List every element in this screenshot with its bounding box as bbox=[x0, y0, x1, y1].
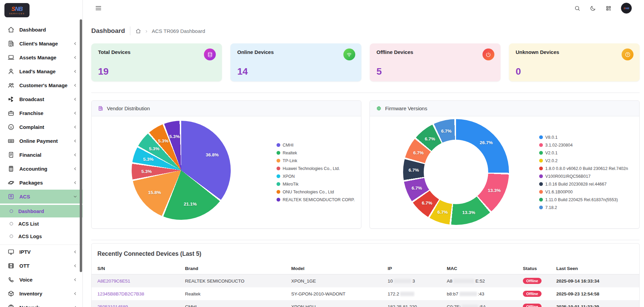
brand-logo[interactable]: SNB SERVICES bbox=[4, 3, 30, 17]
sidebar-item-label: OTT bbox=[19, 263, 73, 269]
pie-slice-label: 36.8% bbox=[206, 152, 219, 157]
sidebar-subitem-dashboard[interactable]: Dashboard bbox=[0, 205, 82, 217]
pie-slice-label: 26.7% bbox=[480, 140, 493, 145]
legend-item[interactable]: 1.11.0 Build 220425 Rel.61837n(5553) bbox=[539, 196, 628, 204]
table-row: 12345B8B7DB2C7B38RealtekSY-GPON-2010-WAD… bbox=[92, 287, 639, 300]
device-brand: CMHI bbox=[179, 300, 285, 307]
chevron-left-icon bbox=[73, 83, 78, 88]
sidebar-item-lead-s-manage[interactable]: Lead's Manage bbox=[0, 64, 82, 78]
legend-item[interactable]: XPON bbox=[277, 172, 355, 180]
legend-item[interactable]: 1.8.0 0.8.0 v6062.0 Build 230612 Rel.740… bbox=[539, 165, 628, 172]
legend-label: Huawei Technologies Co., Ltd. bbox=[283, 166, 340, 171]
legend-item[interactable]: V2.0.1 bbox=[539, 149, 628, 157]
stat-label: Online Devices bbox=[237, 49, 354, 55]
legend-item[interactable]: Huawei Technologies Co., Ltd. bbox=[277, 165, 355, 172]
sidebar-item-customer-s-manage[interactable]: Customer's Manage bbox=[0, 78, 82, 92]
legend-item[interactable]: V8.0.1 bbox=[539, 133, 628, 141]
stat-card-online-devices: Online Devices14 bbox=[230, 43, 361, 81]
stat-label: Unknown Devices bbox=[516, 49, 633, 55]
vendor-distribution-pie: 36.8%21.1%15.8%5.3%5.3%5.3%5.3%5.3% bbox=[132, 121, 231, 220]
device-model: XPON_1GE bbox=[285, 274, 382, 288]
device-sn-link[interactable]: 12345B8B7DB2C7B38 bbox=[97, 291, 144, 296]
dark-mode-icon[interactable] bbox=[590, 5, 596, 12]
legend-item[interactable]: 3.1.02-230804 bbox=[539, 141, 628, 149]
home-icon[interactable] bbox=[135, 28, 141, 34]
sidebar-item-voice[interactable]: Voice bbox=[0, 273, 82, 287]
vendor-distribution-card: Vendor Distribution 36.8%21.1%15.8%5.3%5… bbox=[91, 100, 361, 229]
legend-item[interactable]: CMHI bbox=[277, 141, 355, 149]
sidebar-item-dashboard[interactable]: Dashboard bbox=[0, 23, 82, 37]
sidebar-item-ott[interactable]: OTT bbox=[0, 259, 82, 273]
legend-item[interactable]: V1.6.1B00P00 bbox=[539, 188, 628, 196]
legend-item[interactable]: 7.18.2 bbox=[539, 204, 628, 211]
menu-toggle-icon[interactable] bbox=[95, 4, 102, 12]
sidebar-item-assets-manage[interactable]: Assets Manage bbox=[0, 51, 82, 64]
sidebar-submenu-acs: DashboardACS ListACS Logs bbox=[0, 205, 82, 245]
col-header-s-n: S/N bbox=[92, 263, 179, 274]
legend-swatch bbox=[539, 143, 543, 147]
monitor-icon bbox=[7, 248, 15, 255]
section-divider bbox=[91, 93, 640, 93]
legend-label: MikroTik bbox=[283, 182, 299, 187]
sidebar-item-label: Client's Manage bbox=[19, 41, 73, 46]
pie-slice-label: 5.3% bbox=[158, 138, 169, 143]
sidebar-item-franchise[interactable]: Franchise bbox=[0, 106, 82, 120]
status-badge: Offline bbox=[523, 304, 542, 307]
legend-label: V1.6.1B00P00 bbox=[545, 190, 573, 194]
legend-item[interactable]: MikroTik bbox=[277, 180, 355, 188]
pie-slice-label: 5.3% bbox=[143, 157, 154, 162]
legend-item[interactable]: TP-Link bbox=[277, 157, 355, 165]
legend-swatch bbox=[277, 143, 280, 147]
sidebar-item-acs[interactable]: ACS bbox=[0, 190, 82, 204]
sidebar-item-network[interactable]: Network bbox=[0, 301, 82, 307]
legend-label: REALTEK SEMICONDUCTOR CORP. bbox=[283, 197, 355, 202]
search-icon[interactable] bbox=[574, 5, 581, 12]
legend-item[interactable]: V100R001IRQC56B017 bbox=[539, 172, 628, 180]
user-avatar[interactable]: SNB bbox=[621, 3, 632, 14]
col-header-ip: IP bbox=[382, 263, 441, 274]
legend-label: TP-Link bbox=[283, 158, 297, 163]
breadcrumb: Dashboard ACS TR069 Dashboard bbox=[91, 26, 640, 35]
legend-item[interactable]: ONU Technologies Co., Ltd bbox=[277, 188, 355, 196]
col-header-model: Model bbox=[285, 263, 382, 274]
chevron-left-icon bbox=[73, 69, 78, 74]
sidebar-item-packages[interactable]: Packages bbox=[0, 176, 82, 190]
sidebar-item-accounting[interactable]: Accounting bbox=[0, 162, 82, 176]
sidebar-item-client-s-manage[interactable]: Client's Manage bbox=[0, 37, 82, 51]
sidebar-item-inventory[interactable]: Inventory bbox=[0, 287, 82, 301]
sidebar-item-iptv[interactable]: IPTV bbox=[0, 245, 82, 259]
legend-item[interactable]: 1.0.16 Build 20230828 rel.44667 bbox=[539, 180, 628, 188]
sidebar-item-complaint[interactable]: Complaint bbox=[0, 120, 82, 134]
sidebar-item-broadcast[interactable]: Broadcast bbox=[0, 92, 82, 106]
planet-icon bbox=[7, 179, 15, 186]
sidebar-subitem-acs-logs[interactable]: ACS Logs bbox=[0, 230, 82, 243]
legend-item[interactable]: Realtek bbox=[277, 149, 355, 157]
legend-label: V100R001IRQC56B017 bbox=[545, 174, 590, 179]
firmware-versions-pie: 26.7%13.3%13.3%6.7%6.7%6.7%6.7%6.7%6.7%6… bbox=[403, 119, 509, 225]
sidebar-subitem-acs-list[interactable]: ACS List bbox=[0, 217, 82, 230]
status-badge: Offline bbox=[523, 278, 542, 284]
table-row: 250531014589CMHIXPON HGU182.25.81.220C0:… bbox=[92, 300, 639, 307]
sidebar-item-label: Financial bbox=[19, 152, 73, 158]
sidebar-item-financial[interactable]: Financial bbox=[0, 148, 82, 162]
money-icon bbox=[7, 137, 15, 145]
sidebar-scrollbar[interactable] bbox=[80, 19, 82, 272]
legend-item[interactable]: V2.0.2 bbox=[539, 157, 628, 165]
legend-item[interactable]: REALTEK SEMICONDUCTOR CORP. bbox=[277, 196, 355, 204]
legend-label: CMHI bbox=[283, 143, 293, 148]
chevron-left-icon bbox=[73, 55, 78, 60]
donut-hole bbox=[424, 140, 488, 204]
sidebar-item-online-payment[interactable]: Online Payment bbox=[0, 134, 82, 148]
qr-code-icon[interactable] bbox=[605, 5, 612, 12]
recent-devices-card: Recently Connected Devices (Last 5) S/NB… bbox=[91, 243, 640, 307]
legend-swatch bbox=[539, 206, 543, 209]
vendor-distribution-legend: CMHIRealtekTP-LinkHuawei Technologies Co… bbox=[277, 141, 355, 204]
device-sn-link[interactable]: A8E2079C6E51 bbox=[97, 279, 130, 284]
frown-icon bbox=[7, 123, 15, 131]
legend-label: 1.11.0 Build 220425 Rel.61837n(5553) bbox=[545, 197, 618, 202]
database-icon bbox=[204, 49, 216, 60]
sidebar-item-label: ACS bbox=[19, 194, 73, 199]
table-header-row: S/NBrandModelIPMACStatusLast Seen bbox=[92, 263, 639, 274]
device-sn-link[interactable]: 250531014589 bbox=[97, 304, 128, 307]
pie-slice-label: 6.7% bbox=[413, 150, 424, 155]
